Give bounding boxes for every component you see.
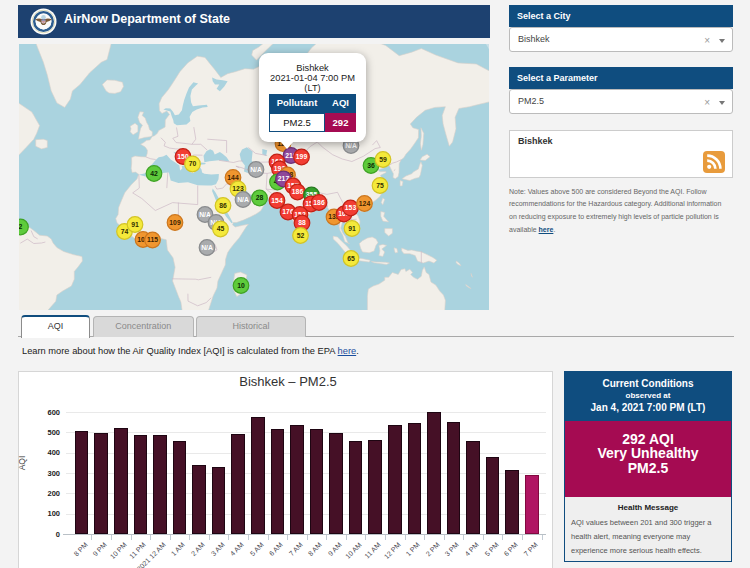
svg-text:28: 28 [256, 194, 264, 201]
svg-text:186: 186 [313, 198, 325, 205]
svg-text:42: 42 [150, 169, 158, 176]
svg-text:86: 86 [219, 201, 227, 208]
svg-text:109: 109 [169, 218, 181, 225]
svg-text:65: 65 [347, 254, 355, 261]
svg-text:88: 88 [298, 219, 306, 226]
svg-text:36: 36 [367, 161, 375, 168]
svg-text:153: 153 [345, 204, 357, 211]
svg-text:75: 75 [376, 181, 384, 188]
svg-text:91: 91 [131, 220, 139, 227]
svg-text:2: 2 [19, 223, 23, 230]
svg-text:52: 52 [297, 231, 305, 238]
svg-text:N/A: N/A [250, 165, 262, 172]
svg-text:115: 115 [147, 236, 158, 243]
svg-text:N/A: N/A [345, 141, 357, 148]
svg-text:91: 91 [348, 224, 356, 231]
svg-text:70: 70 [189, 160, 197, 167]
svg-text:186: 186 [292, 188, 304, 195]
svg-text:124: 124 [359, 199, 371, 206]
svg-text:N/A: N/A [201, 243, 213, 250]
svg-text:74: 74 [121, 227, 129, 234]
svg-text:10: 10 [237, 281, 245, 288]
svg-text:154: 154 [271, 196, 283, 203]
svg-text:N/A: N/A [237, 195, 249, 202]
svg-text:199: 199 [296, 153, 308, 160]
svg-text:59: 59 [379, 155, 387, 162]
svg-text:N/A: N/A [199, 210, 211, 217]
svg-text:45: 45 [217, 225, 225, 232]
svg-text:144: 144 [227, 173, 239, 180]
